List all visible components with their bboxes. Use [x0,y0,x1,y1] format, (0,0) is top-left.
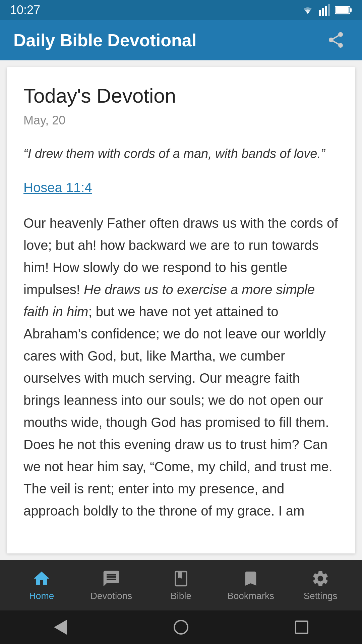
svg-rect-3 [328,4,330,16]
settings-icon [311,569,330,588]
nav-bible-label: Bible [171,591,191,601]
svg-rect-2 [325,6,327,16]
system-nav [0,610,362,644]
status-bar: 10:27 [0,0,362,20]
app-bar: Daily Bible Devotional [0,20,362,60]
devotion-title: Today's Devotion [23,84,339,108]
home-button[interactable] [171,617,191,637]
battery-icon [335,5,352,15]
nav-devotions[interactable]: Devotions [76,569,146,601]
nav-bookmarks-label: Bookmarks [227,591,274,601]
status-time: 10:27 [10,3,40,17]
wifi-icon [300,4,315,16]
bible-icon [172,569,190,588]
share-button[interactable] [323,27,349,54]
app-title: Daily Bible Devotional [13,30,196,50]
back-button[interactable] [50,617,70,637]
status-icons [300,4,352,16]
nav-bookmarks[interactable]: Bookmarks [216,569,286,601]
bottom-nav: Home Devotions Bible Bookmarks Settings [0,560,362,610]
nav-home-label: Home [29,591,54,601]
recents-icon [295,621,308,634]
home-system-icon [174,620,188,635]
nav-devotions-label: Devotions [90,591,132,601]
svg-rect-6 [336,7,349,13]
recents-button[interactable] [292,617,312,637]
bible-reference-link[interactable]: Hosea 11:4 [23,180,339,195]
svg-rect-5 [350,8,352,12]
svg-rect-0 [319,10,321,16]
devotions-icon [102,569,121,588]
body-part2: ; but we have not yet attained to Abraha… [23,304,333,518]
devotion-quote: “I drew them with cords of a man, with b… [23,144,339,163]
devotion-date: May, 20 [23,113,339,127]
svg-rect-1 [322,8,324,16]
main-content: Today's Devotion May, 20 “I drew them wi… [7,67,355,553]
signal-icon [319,4,331,16]
back-icon [54,620,67,635]
home-icon [32,569,51,588]
devotion-body: Our heavenly Father often draws us with … [23,212,339,522]
nav-home[interactable]: Home [7,569,76,601]
nav-settings-label: Settings [303,591,337,601]
share-icon [326,31,345,49]
nav-bible[interactable]: Bible [146,569,216,601]
nav-settings[interactable]: Settings [286,569,355,601]
bookmarks-icon [241,569,260,588]
